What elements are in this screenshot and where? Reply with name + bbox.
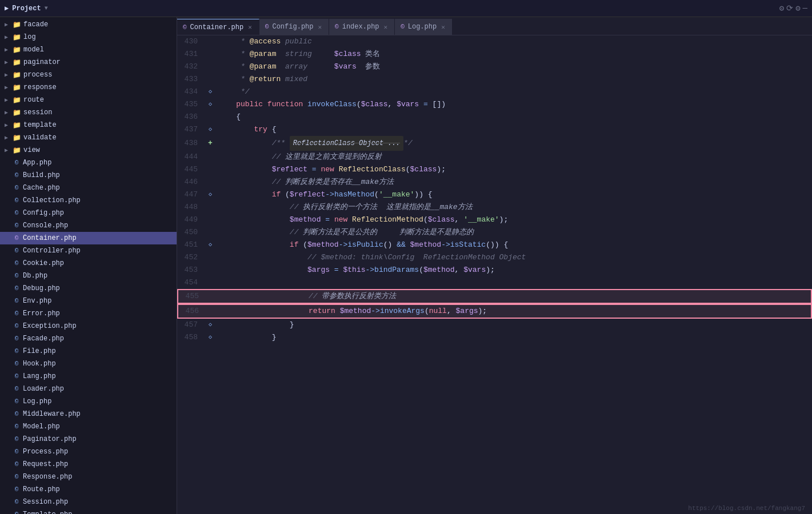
sidebar-item-requestphp[interactable]: ©Request.php (0, 458, 177, 471)
file-icon: © (13, 348, 21, 355)
tab-label: Container.php (190, 23, 244, 31)
sidebar-item-facade[interactable]: ▶📁facade (0, 18, 177, 31)
title-dropdown-icon[interactable]: ▼ (45, 5, 48, 11)
code-line-455: 455 // 带参数执行反射类方法 (177, 289, 812, 304)
line-number: 431 (177, 48, 205, 61)
file-icon: © (13, 197, 21, 204)
line-code-content: * @access public (216, 35, 812, 48)
sidebar-item-cookiephp[interactable]: ©Cookie.php (0, 257, 177, 270)
sidebar-item-appphp[interactable]: ©App.php (0, 156, 177, 169)
code-line-435: 435 ◇ public function invokeClass($class… (177, 98, 812, 111)
sidebar-item-envphp[interactable]: ©Env.php (0, 295, 177, 307)
folder-icon: 📁 (13, 83, 21, 92)
tree-item-label: Log.php (23, 397, 51, 405)
sidebar-item-templatephp[interactable]: ©Template.php (0, 508, 177, 514)
sidebar-item-model[interactable]: ▶📁model (0, 43, 177, 56)
line-code-content: /** ReflectionClass Object ...*/ (216, 136, 812, 151)
sidebar-item-collectionphp[interactable]: ©Collection.php (0, 194, 177, 207)
line-code-content: // 判断反射类是否存在__make方法 (216, 176, 812, 188)
tab-close-icon[interactable]: ✕ (317, 23, 323, 31)
sidebar-item-process[interactable]: ▶📁process (0, 69, 177, 81)
sidebar-item-hookphp[interactable]: ©Hook.php (0, 358, 177, 370)
folder-icon: 📁 (13, 21, 21, 29)
line-code-content: // 带参数执行反射类方法 (217, 290, 811, 303)
sidebar-item-logphp[interactable]: ©Log.php (0, 395, 177, 408)
line-gutter-icon: ◇ (205, 239, 216, 251)
sidebar-item-loaderphp[interactable]: ©Loader.php (0, 383, 177, 395)
tab-logphp[interactable]: © Log.php ✕ (395, 19, 453, 35)
sidebar-item-view[interactable]: ▶📁view (0, 144, 177, 156)
sidebar-item-paginator[interactable]: ▶📁paginator (0, 56, 177, 69)
tab-close-icon[interactable]: ✕ (383, 23, 389, 31)
file-icon: © (13, 398, 21, 405)
sidebar-item-errorphp[interactable]: ©Error.php (0, 307, 177, 320)
tree-item-label: Cache.php (23, 184, 60, 192)
sidebar-item-route[interactable]: ▶📁route (0, 94, 177, 106)
sidebar-item-langphp[interactable]: ©Lang.php (0, 370, 177, 383)
code-line-437: 437 ◇ try { (177, 123, 812, 136)
line-code-content: return $method->invokeArgs(null, $args); (217, 305, 811, 318)
line-number: 449 (177, 214, 205, 226)
sidebar-item-filephp[interactable]: ©File.php (0, 345, 177, 358)
sidebar: ▶📁facade▶📁log▶📁model▶📁paginator▶📁process… (0, 17, 177, 514)
sidebar-item-facadephp[interactable]: ©Facade.php (0, 332, 177, 345)
sidebar-item-template[interactable]: ▶📁template (0, 119, 177, 131)
file-icon: © (13, 461, 21, 468)
refresh-icon[interactable]: ⟳ (786, 3, 793, 13)
sidebar-item-validate[interactable]: ▶📁validate (0, 131, 177, 144)
tree-item-label: Facade.php (23, 335, 64, 343)
tree-item-label: Container.php (23, 234, 77, 242)
tab-close-icon[interactable]: ✕ (247, 23, 253, 31)
tree-item-label: Collection.php (23, 196, 81, 204)
code-line-454: 454 (177, 276, 812, 289)
sidebar-item-debugphp[interactable]: ©Debug.php (0, 282, 177, 295)
sidebar-item-session[interactable]: ▶📁session (0, 106, 177, 119)
line-gutter-icon: ◇ (205, 98, 216, 111)
file-icon: © (13, 511, 21, 514)
file-icon: © (13, 436, 21, 443)
tab-label: index.php (342, 23, 379, 31)
tab-indexphp[interactable]: © index.php ✕ (329, 19, 395, 35)
tab-close-icon[interactable]: ✕ (440, 23, 446, 31)
sidebar-item-paginatorphp[interactable]: ©Paginator.php (0, 433, 177, 445)
sidebar-item-responsephp[interactable]: ©Response.php (0, 471, 177, 483)
line-number: 457 (177, 319, 205, 331)
sidebar-item-response[interactable]: ▶📁response (0, 81, 177, 94)
line-code-content: } (216, 319, 812, 331)
tab-containerphp[interactable]: © Container.php ✕ (177, 19, 259, 35)
line-code-content: // $method: think\Config ReflectionMetho… (216, 251, 812, 264)
sidebar-item-exceptionphp[interactable]: ©Exception.php (0, 320, 177, 332)
line-gutter-icon: ◇ (205, 86, 216, 98)
sidebar-item-dbphp[interactable]: ©Db.php (0, 270, 177, 282)
sidebar-tree[interactable]: ▶📁facade▶📁log▶📁model▶📁paginator▶📁process… (0, 17, 177, 514)
file-icon: © (13, 335, 21, 342)
minimize-icon[interactable]: — (803, 3, 807, 13)
sidebar-item-configphp[interactable]: ©Config.php (0, 207, 177, 219)
gear-icon[interactable]: ⚙ (795, 3, 800, 13)
code-line-431: 431 * @param string $class 类名 (177, 48, 812, 61)
file-icon: © (13, 473, 21, 480)
sidebar-item-controllerphp[interactable]: ©Controller.php (0, 244, 177, 257)
code-line-432: 432 * @param array $vars 参数 (177, 61, 812, 73)
sidebar-item-modelphp[interactable]: ©Model.php (0, 420, 177, 433)
code-line-430: 430 * @access public (177, 35, 812, 48)
sidebar-item-routephp[interactable]: ©Route.php (0, 483, 177, 496)
sidebar-item-processphp[interactable]: ©Process.php (0, 445, 177, 458)
code-editor[interactable]: 430 * @access public 431 * @param string… (177, 35, 812, 514)
code-line-450: 450 // 判断方法是不是公共的 判断方法是不是静态的 (177, 226, 812, 239)
line-code-content: * @param array $vars 参数 (216, 61, 812, 73)
sidebar-item-buildphp[interactable]: ©Build.php (0, 169, 177, 182)
sidebar-item-sessionphp[interactable]: ©Session.php (0, 496, 177, 508)
sidebar-item-middlewarephp[interactable]: ©Middleware.php (0, 408, 177, 420)
sidebar-item-consolephp[interactable]: ©Console.php (0, 219, 177, 232)
tabs-bar: © Container.php ✕ © Config.php ✕ © index… (177, 17, 812, 35)
file-icon: © (13, 373, 21, 380)
settings-icon[interactable]: ⚙ (779, 3, 784, 13)
sidebar-item-containerphp[interactable]: ©Container.php (0, 232, 177, 244)
line-code-content: $method = new ReflectionMethod($class, '… (216, 214, 812, 226)
sidebar-item-log[interactable]: ▶📁log (0, 31, 177, 43)
line-number: 454 (177, 276, 205, 289)
sidebar-item-cachephp[interactable]: ©Cache.php (0, 182, 177, 194)
tab-configphp[interactable]: © Config.php ✕ (259, 19, 329, 35)
line-code-content: if ($method->isPublic() && $method->isSt… (216, 239, 812, 251)
